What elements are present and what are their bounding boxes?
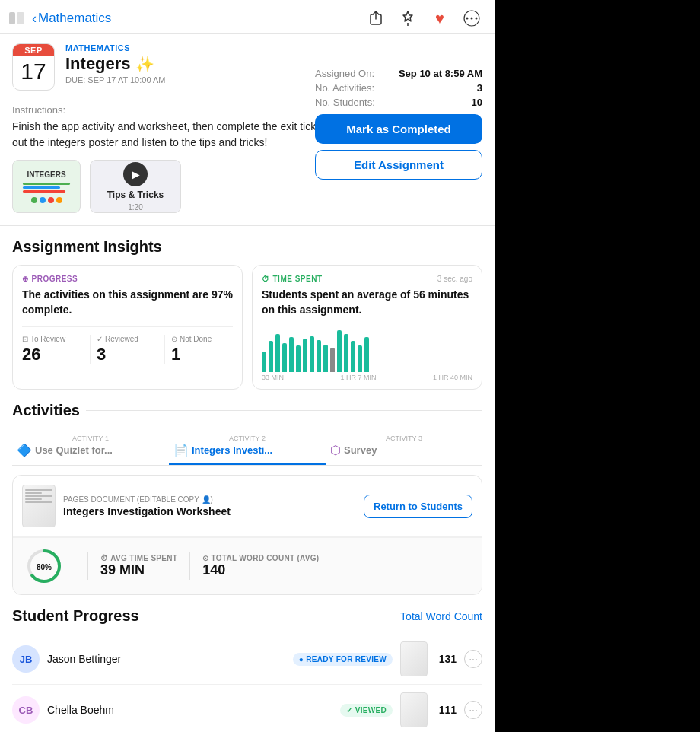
chart-bar [358,345,362,372]
clock-icon: ⊙ [171,335,177,343]
reviewed-stat: ✓ Reviewed 3 [97,335,165,364]
edit-assignment-button[interactable]: Edit Assignment [315,150,482,180]
no-students-label: No. Students: [315,97,375,108]
doc-name: Integers Investigation Worksheet [63,505,356,517]
student-row: JB Jason Bettinger ● READY FOR REVIEW 13… [12,634,482,685]
insights-section: Assignment Insights ⊕ PROGRESS The activ… [0,238,495,402]
pages-icon: 📄 [173,443,189,457]
chart-bar [262,352,266,373]
assigned-on-value: Sep 10 at 8:59 AM [399,68,482,79]
progress-stats: ⊡ To Review 26 ✓ Reviewed 3 [22,326,233,364]
chart-bar [364,337,369,372]
avatar-jb: JB [12,645,40,673]
svg-point-5 [476,18,478,20]
avg-time-stat: ⏱ AVG TIME SPENT 39 MIN [100,554,177,578]
activities-title: Activities [12,402,482,419]
chart-bar [337,330,342,372]
sidebar-toggle[interactable] [6,8,27,29]
more-options-icon[interactable] [461,8,482,29]
student-doc-thumb-cb [400,692,428,727]
time-meta: 3 sec. ago [438,275,473,283]
word-count-value: 140 [202,562,319,578]
doc-info: PAGES DOCUMENT (EDITABLE COPY 👤) Integer… [63,495,356,517]
pin-icon[interactable] [397,8,418,29]
chart-bar [282,343,287,373]
chart-bar [296,345,301,372]
tab-activity-1[interactable]: ACTIVITY 1 🔷 Use Quizlet for... [12,428,169,465]
heart-icon[interactable]: ♥ [429,8,450,29]
student-name-cb: Chella Boehm [47,704,332,716]
mark-completed-button[interactable]: Mark as Completed [315,114,482,144]
student-more-cb[interactable]: ··· [464,701,482,719]
time-spent-card: ⏱ TIME SPENT 3 sec. ago Students spent a… [252,265,482,390]
chart-bar [289,337,294,372]
chart-bar [269,341,273,372]
inbox-icon: ⊡ [22,335,28,343]
progress-circle: 80% [25,547,63,585]
total-word-count-sort[interactable]: Total Word Count [400,610,482,622]
tab-activity-2[interactable]: ACTIVITY 2 📄 Integers Investi... [169,428,326,465]
svg-point-4 [471,18,473,20]
tab-activity-3[interactable]: ACTIVITY 3 ⬡ Survey [326,428,482,465]
student-row: CB Chella Boehm ✓ VIEWED 111 ··· [12,685,482,732]
chart-bar [351,341,355,372]
date-badge: SEP 17 [12,43,55,91]
integers-poster-attachment[interactable]: INTEGERS [12,160,81,213]
student-word-count-jb: 131 [435,653,457,665]
clock-small-icon: ⏱ [100,554,108,562]
chart-bar [310,336,314,373]
avatar-cb: CB [12,696,40,724]
student-name-jb: Jason Bettinger [47,653,285,665]
chart-bar [344,334,348,372]
video-label: Tips & Tricks [107,189,164,200]
return-to-students-button[interactable]: Return to Students [364,495,473,518]
share-icon[interactable] [365,8,387,29]
assigned-on-row: Assigned On: Sep 10 at 8:59 AM [315,68,482,79]
svg-rect-1 [17,12,24,24]
progress-card: ⊕ PROGRESS The activities on this assign… [12,265,243,390]
not-done-stat: ⊙ Not Done 1 [171,335,233,364]
svg-point-3 [466,18,469,20]
student-progress-header: Student Progress Total Word Count [12,607,482,625]
avg-time-value: 39 MIN [100,562,177,578]
time-spent-text: Students spent an average of 56 minutes … [262,288,473,317]
assignment-subject: MATHEMATICS [65,43,482,53]
status-badge-jb: ● READY FOR REVIEW [293,653,393,666]
no-activities-value: 3 [477,82,482,94]
survey-icon: ⬡ [330,443,341,457]
activity-content: PAGES DOCUMENT (EDITABLE COPY 👤) Integer… [12,475,482,595]
date-month: SEP [13,44,54,56]
chart-bar [330,348,335,372]
assignment-meta-panel: Assigned On: Sep 10 at 8:59 AM No. Activ… [315,68,482,180]
student-more-jb[interactable]: ··· [464,650,482,668]
student-doc-thumb-jb [400,641,428,676]
svg-rect-0 [9,12,15,24]
activities-section: Activities ACTIVITY 1 🔷 Use Quizlet for.… [0,402,495,607]
check-circle-icon: ✓ [97,335,103,343]
student-word-count-cb: 111 [435,704,457,716]
no-activities-row: No. Activities: 3 [315,82,482,94]
stat-divider-2 [189,552,190,580]
activities-tabs: ACTIVITY 1 🔷 Use Quizlet for... ACTIVITY… [12,428,482,466]
progress-tag: ⊕ PROGRESS [22,275,233,283]
back-button[interactable]: ‹ Mathematics [32,11,111,27]
progress-text: The activities on this assignment are 97… [22,288,233,317]
chevron-left-icon: ‹ [32,11,37,27]
date-day: 17 [13,56,54,87]
activity-stats-row: 80% ⏱ AVG TIME SPENT 39 MIN ⊙ TOTAL WORD… [13,537,482,594]
no-students-value: 10 [472,97,482,108]
nav-icons: ♥ [365,8,482,29]
time-spent-tag: ⏱ TIME SPENT [262,275,323,283]
chart-bar [275,334,280,372]
word-count-stat: ⊙ TOTAL WORD COUNT (AVG) 140 [202,554,319,578]
student-progress-section: Student Progress Total Word Count JB Jas… [0,607,495,732]
top-nav: ‹ Mathematics ♥ [0,0,495,34]
activity-doc-row: PAGES DOCUMENT (EDITABLE COPY 👤) Integer… [13,476,482,537]
tips-tricks-video-attachment[interactable]: ▶ Tips & Tricks 1:20 [90,160,181,213]
back-label: Mathematics [38,11,111,26]
word-count-icon: ⊙ [202,554,208,562]
time-chart: 33 MIN 1 HR 7 MIN 1 HR 40 MIN [262,326,473,380]
insights-cards: ⊕ PROGRESS The activities on this assign… [12,265,482,390]
chart-bar [303,339,307,372]
no-activities-label: No. Activities: [315,82,374,94]
